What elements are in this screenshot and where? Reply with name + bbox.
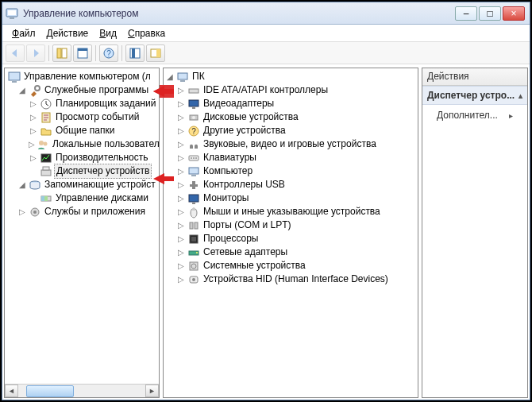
device-category-icon bbox=[187, 206, 200, 218]
collapse-icon[interactable]: ◢ bbox=[165, 70, 175, 83]
device-category-icon bbox=[187, 233, 200, 245]
menu-file[interactable]: Файл bbox=[7, 26, 40, 41]
expand-icon[interactable]: ▷ bbox=[29, 97, 38, 110]
toolbar: ? bbox=[2, 42, 530, 64]
menu-view[interactable]: Вид bbox=[94, 26, 121, 41]
expand-icon[interactable]: ▷ bbox=[176, 178, 186, 191]
console-tree[interactable]: Управление компьютером (л ◢ Служебные пр… bbox=[5, 68, 159, 384]
tree-shared-folders[interactable]: ▷ Общие папки bbox=[6, 124, 157, 137]
device-category[interactable]: ▷Порты (COM и LPT) bbox=[165, 218, 416, 232]
expand-icon[interactable]: ▷ bbox=[176, 124, 186, 137]
tree-event-viewer[interactable]: ▷ Просмотр событий bbox=[6, 110, 157, 124]
tree-device-manager[interactable]: Диспетчер устройств bbox=[6, 164, 157, 178]
actions-selected-node[interactable]: Диспетчер устро... ▴ bbox=[422, 86, 527, 105]
menu-action[interactable]: Действие bbox=[42, 26, 94, 41]
tree-label: Клавиатуры bbox=[202, 151, 256, 164]
minimize-button[interactable]: – bbox=[455, 6, 477, 21]
actions-more-label: Дополнител... bbox=[437, 110, 498, 121]
svg-rect-13 bbox=[9, 72, 20, 80]
expand-icon[interactable]: ▷ bbox=[176, 110, 186, 124]
device-category[interactable]: ▷Видеоадаптеры bbox=[165, 97, 416, 110]
tree-disk-management[interactable]: Управление дисками bbox=[6, 191, 157, 205]
scroll-track[interactable] bbox=[18, 385, 145, 397]
expand-icon[interactable]: ▷ bbox=[176, 232, 186, 245]
expand-icon[interactable]: ▷ bbox=[29, 110, 38, 124]
expand-icon[interactable]: ▷ bbox=[176, 273, 186, 286]
tree-label: Другие устройства bbox=[202, 124, 286, 137]
svg-text:?: ? bbox=[191, 127, 196, 136]
device-category[interactable]: ▷Процессоры bbox=[165, 232, 416, 245]
svg-rect-41 bbox=[195, 157, 197, 159]
expand-icon[interactable]: ▷ bbox=[176, 191, 186, 205]
device-category[interactable]: ▷Клавиатуры bbox=[165, 151, 416, 164]
device-category[interactable]: ▷Системные устройства bbox=[165, 259, 416, 273]
device-category[interactable]: ▷Компьютер bbox=[165, 164, 416, 178]
device-category[interactable]: ▷Сетевые адаптеры bbox=[165, 245, 416, 259]
device-category[interactable]: ▷Мыши и иные указывающие устройства bbox=[165, 205, 416, 218]
device-category[interactable]: ▷Мониторы bbox=[165, 191, 416, 205]
close-button[interactable]: × bbox=[503, 6, 525, 21]
device-category-icon bbox=[187, 84, 200, 97]
tree-label: Порты (COM и LPT) bbox=[202, 218, 291, 232]
collapse-icon[interactable]: ◢ bbox=[17, 83, 27, 97]
tree-root[interactable]: Управление компьютером (л bbox=[6, 70, 157, 83]
expand-icon[interactable]: ▷ bbox=[176, 245, 186, 259]
tree-system-tools[interactable]: ◢ Служебные программы bbox=[6, 83, 157, 97]
expand-icon[interactable]: ▷ bbox=[176, 83, 186, 97]
properties-button[interactable] bbox=[73, 44, 92, 62]
actions-more[interactable]: Дополнител... ▸ bbox=[422, 105, 527, 126]
nav-forward-button[interactable] bbox=[26, 44, 45, 62]
svg-text:?: ? bbox=[106, 49, 111, 58]
horizontal-scrollbar[interactable]: ◄ ► bbox=[5, 384, 159, 397]
tree-label: Процессоры bbox=[202, 232, 259, 245]
svg-rect-51 bbox=[191, 237, 196, 242]
maximize-button[interactable]: □ bbox=[479, 6, 501, 21]
expand-icon[interactable]: ▷ bbox=[17, 205, 27, 218]
action-pane-toggle-button[interactable] bbox=[146, 44, 165, 62]
collapse-icon[interactable]: ◢ bbox=[17, 178, 27, 191]
help-button[interactable]: ? bbox=[99, 44, 118, 62]
computer-management-window: Управление компьютером – □ × Файл Действ… bbox=[2, 2, 530, 400]
expand-icon[interactable]: ▷ bbox=[29, 137, 35, 151]
tree-services-apps[interactable]: ▷ Службы и приложения bbox=[6, 205, 157, 218]
expand-icon[interactable]: ▷ bbox=[176, 218, 186, 232]
refresh-button[interactable] bbox=[125, 44, 145, 62]
device-tree[interactable]: ◢ ПК ▷IDE ATA/ATAPI контроллеры▷Видеоада… bbox=[164, 68, 418, 397]
annotation-arrow-icon bbox=[153, 172, 174, 185]
expand-icon[interactable]: ▷ bbox=[29, 151, 38, 164]
expand-icon[interactable]: ▷ bbox=[176, 97, 186, 110]
performance-icon bbox=[40, 152, 52, 164]
svg-rect-4 bbox=[62, 48, 67, 58]
device-category[interactable]: ▷Звуковые, видео и игровые устройства bbox=[165, 137, 416, 151]
actions-pane: Действия Диспетчер устро... ▴ Дополнител… bbox=[422, 68, 528, 398]
menu-help[interactable]: Справка bbox=[123, 26, 170, 41]
nav-back-button[interactable] bbox=[6, 44, 25, 62]
scroll-thumb[interactable] bbox=[26, 385, 74, 397]
expand-icon[interactable]: ▷ bbox=[176, 205, 186, 218]
tree-storage[interactable]: ◢ Запоминающие устройст bbox=[6, 178, 157, 191]
expand-icon[interactable]: ▷ bbox=[29, 124, 38, 137]
expand-icon[interactable]: ▷ bbox=[176, 164, 186, 178]
tree-label: Управление дисками bbox=[54, 191, 148, 205]
tree-performance[interactable]: ▷ Производительность bbox=[6, 151, 157, 164]
device-category[interactable]: ▷IDE ATA/ATAPI контроллеры bbox=[165, 83, 416, 97]
chevron-up-icon: ▴ bbox=[519, 91, 522, 100]
scroll-left-button[interactable]: ◄ bbox=[5, 385, 18, 397]
device-manager-icon bbox=[40, 165, 52, 178]
device-category[interactable]: ▷Дисковые устройства bbox=[165, 110, 416, 124]
expand-icon[interactable]: ▷ bbox=[176, 259, 186, 273]
svg-rect-40 bbox=[193, 157, 195, 159]
expand-icon[interactable]: ▷ bbox=[176, 137, 186, 151]
device-category[interactable]: ▷?Другие устройства bbox=[165, 124, 416, 137]
tree-task-scheduler[interactable]: ▷ Планировщик заданий bbox=[6, 97, 157, 110]
computer-management-icon bbox=[8, 71, 21, 83]
device-category[interactable]: ▷Контроллеры USB bbox=[165, 178, 416, 191]
svg-rect-3 bbox=[57, 48, 61, 58]
expand-icon[interactable]: ▷ bbox=[176, 151, 186, 164]
tree-local-users[interactable]: ▷ Локальные пользователи bbox=[6, 137, 157, 151]
show-hide-tree-button[interactable] bbox=[52, 44, 71, 62]
scroll-right-button[interactable]: ► bbox=[145, 385, 159, 397]
device-category[interactable]: ▷Устройства HID (Human Interface Devices… bbox=[165, 273, 416, 286]
device-category-icon bbox=[187, 219, 200, 232]
device-root[interactable]: ◢ ПК bbox=[165, 70, 416, 83]
